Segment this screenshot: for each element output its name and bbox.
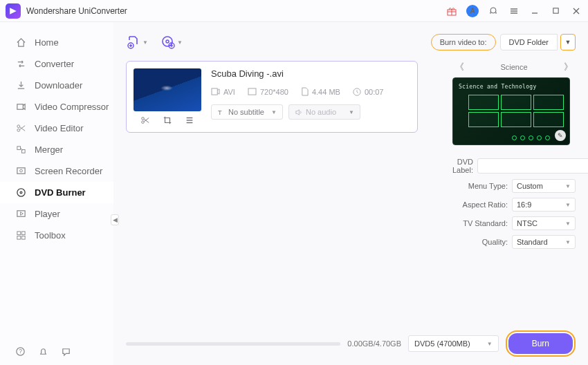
sidebar-item-converter[interactable]: Converter	[0, 53, 113, 75]
sidebar-item-label: Toolbox	[35, 230, 66, 241]
disc-icon	[15, 187, 26, 198]
app-logo	[6, 3, 21, 19]
converter-icon	[15, 59, 26, 70]
account-icon[interactable]: A	[466, 5, 479, 17]
sidebar-item-label: Home	[35, 37, 59, 48]
sidebar-item-compressor[interactable]: Video Compressor	[0, 96, 113, 118]
tv-standard-label: TV Standard:	[452, 219, 508, 227]
sidebar-item-label: Converter	[35, 59, 74, 69]
svg-point-38	[142, 121, 145, 124]
theme-preview-title: Science and Technology	[459, 84, 564, 90]
file-duration: 00:07	[353, 88, 384, 96]
svg-point-14	[17, 129, 19, 131]
capacity-bar	[126, 342, 340, 346]
svg-point-32	[163, 37, 172, 46]
svg-point-20	[20, 191, 22, 194]
sidebar-collapse-button[interactable]: ◀	[111, 214, 119, 225]
svg-marker-0	[10, 8, 17, 15]
quality-label: Quality:	[452, 238, 508, 246]
dvd-label-label: DVD Label:	[452, 158, 473, 174]
titlebar: Wondershare UniConverter A	[0, 0, 588, 22]
app-title: Wondershare UniConverter	[26, 6, 127, 16]
home-icon	[15, 37, 26, 48]
recorder-icon	[15, 166, 26, 177]
minimize-button[interactable]	[529, 5, 541, 17]
top-toolbar: ▼ ▼ Burn video to: DVD Folder ▼	[126, 29, 576, 55]
aspect-ratio-label: Aspect Ratio:	[452, 200, 508, 209]
sidebar-item-editor[interactable]: Video Editor	[0, 118, 113, 139]
svg-rect-17	[17, 168, 24, 174]
theme-prev-button[interactable]: 《	[455, 61, 464, 73]
feedback-icon[interactable]	[61, 346, 71, 357]
svg-rect-42	[212, 88, 217, 95]
sidebar-item-label: Video Compressor	[35, 102, 109, 112]
svg-rect-15	[17, 147, 20, 150]
theme-preview[interactable]: Science and Technology ✎	[452, 77, 570, 145]
svg-text:T: T	[218, 109, 222, 116]
maximize-button[interactable]	[549, 5, 562, 17]
file-card[interactable]: Scuba Diving -.avi AVI 720*480 4.44 MB 0…	[126, 61, 418, 133]
file-resolution: 720*480	[248, 88, 288, 96]
aspect-ratio-select[interactable]: 16:9▼	[512, 198, 576, 212]
sidebar-item-label: DVD Burner	[35, 187, 86, 198]
close-button[interactable]	[570, 5, 582, 17]
tv-standard-select[interactable]: NTSC▼	[512, 216, 576, 230]
svg-point-18	[19, 169, 22, 172]
gift-icon[interactable]	[445, 5, 458, 17]
burn-to-label: Burn video to:	[431, 34, 496, 50]
svg-point-37	[142, 118, 145, 120]
svg-marker-22	[20, 212, 23, 216]
burn-button[interactable]: Burn	[508, 333, 573, 354]
svg-rect-9	[553, 8, 558, 13]
menu-type-select[interactable]: Custom▼	[512, 179, 576, 193]
bell-icon[interactable]	[38, 346, 48, 357]
right-panel: 《 Science 》 Science and Technology ✎ DVD…	[452, 61, 576, 329]
sidebar: Home Converter Downloader Video Compress…	[0, 22, 113, 365]
trim-icon[interactable]	[140, 115, 150, 125]
burn-to-dropdown[interactable]: ▼	[560, 34, 576, 50]
download-icon	[15, 80, 26, 91]
capacity-text: 0.00GB/4.70GB	[347, 339, 401, 348]
svg-rect-21	[17, 211, 24, 216]
svg-rect-24	[21, 232, 25, 235]
svg-point-4	[490, 8, 496, 13]
add-file-button[interactable]: ▼	[126, 35, 148, 50]
audio-select[interactable]: No audio ▼	[288, 104, 360, 120]
support-icon[interactable]	[487, 5, 499, 17]
footer: 0.00GB/4.70GB DVD5 (4700MB)▼ Burn	[126, 329, 576, 358]
theme-name: Science	[500, 63, 527, 71]
sidebar-item-label: Downloader	[35, 80, 82, 91]
crop-icon[interactable]	[163, 115, 172, 125]
file-thumbnail[interactable]	[134, 68, 201, 111]
svg-rect-43	[248, 88, 256, 95]
compressor-icon	[15, 102, 26, 113]
sidebar-item-dvd-burner[interactable]: DVD Burner	[0, 182, 113, 203]
add-disc-button[interactable]: ▼	[160, 35, 183, 50]
sidebar-item-home[interactable]: Home	[0, 32, 113, 53]
sidebar-item-label: Player	[35, 209, 60, 219]
quality-select[interactable]: Standard▼	[512, 235, 576, 249]
edit-theme-icon[interactable]: ✎	[555, 130, 566, 141]
sidebar-item-player[interactable]: Player	[0, 203, 113, 225]
svg-rect-26	[21, 236, 25, 239]
svg-point-13	[17, 125, 19, 128]
more-icon[interactable]	[185, 115, 194, 125]
help-icon[interactable]: ?	[15, 346, 26, 357]
svg-point-33	[166, 40, 169, 43]
sidebar-item-recorder[interactable]: Screen Recorder	[0, 160, 113, 182]
disc-type-select[interactable]: DVD5 (4700MB)▼	[408, 335, 499, 352]
menu-type-label: Menu Type:	[452, 182, 508, 190]
subtitle-select[interactable]: TNo subtitle ▼	[211, 104, 283, 120]
svg-text:?: ?	[19, 348, 22, 355]
sidebar-item-toolbox[interactable]: Toolbox	[0, 225, 113, 246]
dvd-label-input[interactable]	[477, 158, 588, 174]
file-name: Scuba Diving -.avi	[211, 68, 410, 79]
svg-rect-25	[17, 236, 20, 239]
sidebar-item-label: Merger	[35, 144, 63, 155]
sidebar-item-downloader[interactable]: Downloader	[0, 75, 113, 96]
content-area: ▼ ▼ Burn video to: DVD Folder ▼	[113, 22, 588, 365]
sidebar-item-merger[interactable]: Merger	[0, 139, 113, 160]
theme-next-button[interactable]: 》	[564, 61, 573, 73]
menu-icon[interactable]	[508, 5, 520, 17]
burn-to-value[interactable]: DVD Folder	[500, 34, 558, 50]
